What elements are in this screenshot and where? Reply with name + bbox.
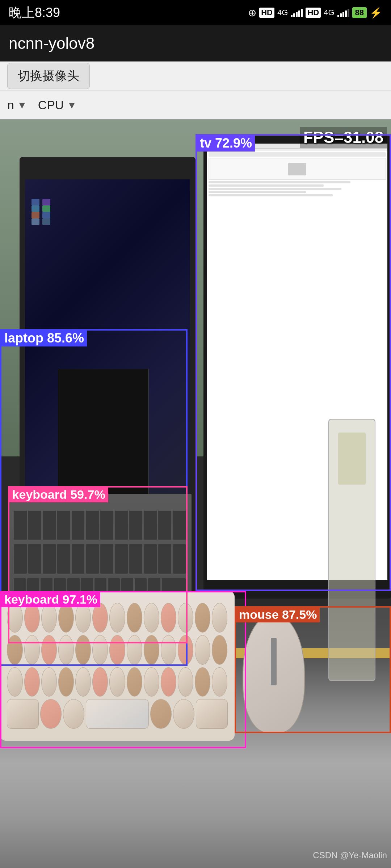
app-bar: ncnn-yolov8 [0, 25, 391, 61]
nfc-icon: ⊕ [248, 7, 256, 19]
network-4g2-icon: 4G [324, 8, 334, 17]
tv-tab2: AII ▼ [216, 145, 222, 147]
watermark: CSDN @Ye-Maolin [313, 850, 387, 860]
screen-desktop-icons [31, 199, 50, 225]
status-icons: ⊕ HD 4G HD 4G 88 ⚡ [248, 7, 382, 19]
fps-display: FPS=31.08 [300, 127, 387, 148]
model-dropdown[interactable]: n ▼ [7, 98, 27, 112]
camera-view: LOGO AII ▼ [0, 119, 391, 868]
status-bar: 晚上8:39 ⊕ HD 4G HD 4G 88 ⚡ [0, 0, 391, 25]
signal2-icon [337, 8, 349, 17]
external-keyboard-keys [7, 603, 227, 729]
battery-icon: 88 [352, 7, 367, 18]
signal1-icon [291, 8, 303, 17]
external-keyboard [0, 591, 235, 741]
network-hd2-icon: HD [306, 8, 321, 18]
battery-charging-icon: ⚡ [370, 7, 382, 19]
water-bottle [328, 419, 375, 681]
model-dropdown-arrow: ▼ [17, 99, 27, 111]
device-dropdown-value: CPU [38, 98, 64, 112]
app-title: ncnn-yolov8 [9, 34, 94, 52]
device-dropdown[interactable]: CPU ▼ [38, 98, 77, 112]
network-hd1-icon: HD [259, 8, 274, 18]
model-dropdown-value: n [7, 98, 14, 112]
switch-camera-button[interactable]: 切换摄像头 [7, 63, 90, 89]
controls-bar: 切换摄像头 [0, 61, 391, 90]
status-time: 晚上8:39 [9, 4, 60, 22]
device-dropdown-arrow: ▼ [67, 99, 77, 111]
tv-tab1: LOGO [209, 145, 215, 147]
network-4g1-icon: 4G [277, 8, 288, 17]
mouse-object [243, 613, 305, 733]
dropdowns-bar: n ▼ CPU ▼ [0, 90, 391, 119]
